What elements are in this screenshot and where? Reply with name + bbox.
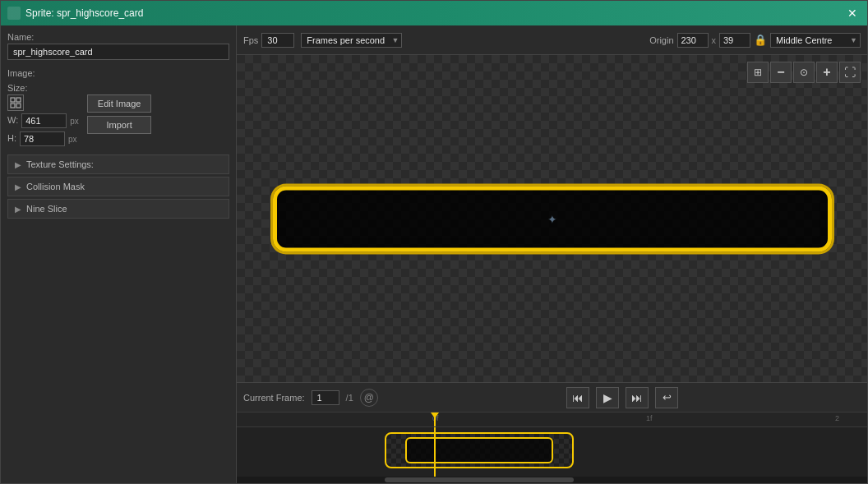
loop-button[interactable]: ↩ — [655, 387, 678, 408]
playhead-frames — [434, 427, 436, 477]
frame-total: /1 — [346, 393, 353, 403]
close-button[interactable]: ✕ — [844, 7, 861, 20]
grid-button[interactable]: ⊞ — [747, 62, 769, 83]
sprite-image: ✦ — [273, 186, 832, 251]
zoom-out-button[interactable]: − — [770, 62, 792, 83]
titlebar-icon — [7, 7, 21, 20]
nine-slice-arrow: ▶ — [15, 205, 21, 214]
nine-slice-label: Nine Slice — [26, 204, 67, 214]
collision-mask-label: Collision Mask — [26, 182, 85, 191]
origin-section: Origin x 🔒 Top Left Top Centre Top Right… — [649, 33, 861, 48]
name-section: Name: — [7, 32, 229, 65]
width-row: W: px — [7, 113, 79, 128]
fps-at-button[interactable]: @ — [360, 389, 378, 407]
frames-per-second-select[interactable]: Frames per second — [301, 33, 402, 48]
resize-icon[interactable] — [7, 94, 24, 111]
fps-section: Fps — [243, 33, 294, 48]
horizontal-scrollbar[interactable] — [237, 477, 867, 483]
image-label: Image: — [7, 68, 229, 78]
origin-x-input[interactable] — [677, 33, 709, 48]
origin-preset-wrapper[interactable]: Top Left Top Centre Top Right Middle Lef… — [770, 33, 861, 48]
ruler-label-2: 2 — [835, 414, 839, 422]
playback-controls: ⏮ ▶ ⏭ ↩ — [385, 387, 861, 408]
ruler-container: 0f 1f 2 — [243, 413, 861, 426]
nine-slice-section[interactable]: ▶ Nine Slice — [7, 199, 229, 219]
texture-settings-section[interactable]: ▶ Texture Settings: — [7, 154, 229, 174]
frame-thumb-sprite — [405, 437, 553, 463]
playhead — [434, 413, 436, 426]
origin-crosshair: ✦ — [547, 212, 557, 225]
height-unit: px — [68, 135, 77, 144]
svg-rect-0 — [11, 98, 15, 102]
skip-to-start-button[interactable]: ⏮ — [566, 387, 589, 408]
frames-select-wrapper[interactable]: Frames per second ▼ — [301, 33, 402, 48]
height-input[interactable] — [20, 131, 65, 146]
current-frame-input[interactable] — [312, 390, 339, 405]
timeline-ruler-track: 0f 1f 2 — [237, 413, 867, 427]
canvas-toolbar: ⊞ − ⊙ + ⛶ — [747, 62, 861, 83]
edit-image-button[interactable]: Edit Image — [87, 94, 152, 113]
left-panel: Name: Image: Size: — [1, 25, 237, 483]
width-label: W: — [7, 115, 18, 125]
zoom-reset-button[interactable]: ⊙ — [793, 62, 815, 83]
main-window: Sprite: spr_highscore_card ✕ Name: Image… — [0, 0, 868, 484]
fps-input[interactable] — [261, 33, 294, 48]
fullscreen-button[interactable]: ⛶ — [839, 62, 861, 83]
height-label: H: — [7, 133, 16, 143]
fps-label: Fps — [243, 35, 258, 45]
playhead-triangle — [431, 413, 439, 418]
origin-y-input[interactable] — [719, 33, 750, 48]
play-button[interactable]: ▶ — [596, 387, 619, 408]
right-panel: Fps Frames per second ▼ Origin x 🔒 — [237, 25, 867, 483]
lock-icon[interactable]: 🔒 — [754, 34, 767, 46]
texture-settings-arrow: ▶ — [15, 160, 21, 169]
scrollbar-thumb[interactable] — [385, 477, 574, 482]
import-button[interactable]: Import — [87, 116, 152, 134]
skip-to-end-button[interactable]: ⏭ — [626, 387, 649, 408]
titlebar-title: Sprite: spr_highscore_card — [25, 7, 844, 19]
texture-settings-label: Texture Settings: — [26, 159, 94, 169]
canvas-area: ⊞ − ⊙ + ⛶ ✦ — [237, 55, 867, 382]
collision-mask-arrow: ▶ — [15, 182, 21, 191]
image-section: Image: — [7, 68, 229, 80]
timeline-frames[interactable] — [237, 427, 867, 477]
collapsibles: ▶ Texture Settings: ▶ Collision Mask ▶ N… — [7, 154, 229, 221]
toolbar: Fps Frames per second ▼ Origin x 🔒 — [237, 25, 867, 55]
size-label: Size: — [7, 83, 229, 93]
svg-rect-2 — [11, 104, 15, 108]
name-label: Name: — [7, 32, 229, 42]
svg-rect-3 — [16, 104, 21, 108]
collision-mask-section[interactable]: ▶ Collision Mask — [7, 177, 229, 196]
origin-label: Origin — [649, 35, 673, 45]
main-content: Name: Image: Size: — [1, 25, 867, 483]
width-input[interactable] — [21, 113, 67, 128]
name-input[interactable] — [7, 44, 229, 60]
ruler-label-1f: 1f — [646, 414, 653, 422]
size-image-row: W: px H: px Edit Image Import — [7, 94, 229, 148]
playback-bar: Current Frame: /1 @ ⏮ ▶ ⏭ ↩ — [237, 383, 867, 413]
sprite-display: ✦ — [265, 180, 840, 258]
timeline-section: Current Frame: /1 @ ⏮ ▶ ⏭ ↩ 0f 1f — [237, 382, 867, 483]
height-row: H: px — [7, 131, 79, 146]
current-frame-label: Current Frame: — [243, 393, 305, 403]
width-unit: px — [70, 117, 79, 126]
zoom-in-button[interactable]: + — [816, 62, 838, 83]
origin-preset-select[interactable]: Top Left Top Centre Top Right Middle Lef… — [770, 33, 861, 48]
frame-thumbnail[interactable] — [385, 432, 574, 468]
titlebar: Sprite: spr_highscore_card ✕ — [1, 1, 867, 25]
image-buttons: Edit Image Import — [87, 94, 152, 134]
size-fields: W: px H: px — [7, 113, 79, 148]
origin-x-separator: x — [712, 35, 717, 45]
svg-rect-1 — [16, 98, 21, 102]
